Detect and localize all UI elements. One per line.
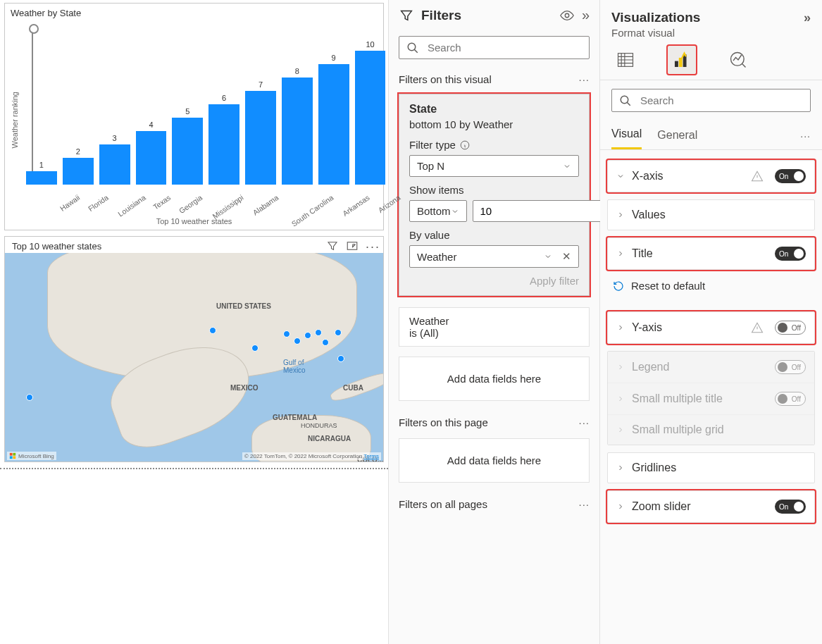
- map-body[interactable]: UNITED STATES MEXICO Gulf of Mexico CUBA…: [5, 253, 383, 462]
- bar[interactable]: 9: [318, 54, 349, 185]
- collapse-icon[interactable]: »: [804, 11, 811, 25]
- weather-filter-card[interactable]: Weather is (All): [399, 307, 590, 347]
- map-label-guatemala: GUATEMALA: [273, 414, 317, 421]
- map-point[interactable]: [251, 345, 259, 352]
- bing-attribution: Microsoft Bing: [7, 452, 56, 460]
- yaxis-toggle[interactable]: Off: [775, 321, 806, 335]
- xaxis-toggle[interactable]: On: [775, 169, 806, 183]
- svg-rect-9: [675, 61, 678, 66]
- viz-search[interactable]: [611, 89, 811, 112]
- zoom-toggle[interactable]: On: [775, 500, 806, 514]
- viz-title: Visualizations: [611, 10, 700, 25]
- prop-zoom-slider[interactable]: Zoom slider On: [607, 490, 815, 523]
- filter-field-name: Weather: [409, 315, 579, 327]
- canvas-divider: [0, 468, 388, 469]
- section-visual-more[interactable]: ···: [578, 73, 590, 85]
- map-point[interactable]: [304, 332, 311, 339]
- prop-xaxis[interactable]: X-axis On: [608, 161, 814, 192]
- build-visual-tab[interactable]: [611, 46, 640, 74]
- terms-link[interactable]: Terms: [363, 453, 379, 459]
- legend-toggle: Off: [775, 360, 806, 374]
- section-all-label: Filters on all pages: [399, 498, 487, 510]
- map-point[interactable]: [26, 394, 33, 401]
- page-add-fields-dropzone[interactable]: Add data fields here: [399, 438, 590, 483]
- warning-icon: [751, 321, 764, 334]
- by-value-field-well[interactable]: Weather ✕: [409, 245, 579, 268]
- bar[interactable]: 5: [172, 107, 203, 185]
- bar[interactable]: 6: [208, 94, 239, 185]
- bar-value-label: 6: [222, 94, 226, 102]
- section-all-more[interactable]: ···: [578, 498, 590, 510]
- viz-subtitle: Format visual: [600, 27, 822, 46]
- info-icon[interactable]: [460, 140, 470, 150]
- bar-value-label: 9: [332, 54, 336, 62]
- bars-container: 12345678910: [19, 21, 392, 185]
- svg-point-5: [565, 13, 569, 18]
- tab-general[interactable]: General: [657, 123, 697, 149]
- chevron-down-icon[interactable]: [544, 252, 552, 261]
- chevron-down-icon: [563, 162, 571, 171]
- bar[interactable]: 10: [355, 40, 386, 185]
- bar-category-labels: HawaiiFloridaLouisianaTexasGeorgiaMissis…: [19, 185, 392, 218]
- bar[interactable]: 8: [282, 67, 313, 185]
- more-options-icon[interactable]: ···: [366, 240, 380, 254]
- filter-type-select[interactable]: Top N: [409, 155, 579, 177]
- title-toggle[interactable]: On: [775, 247, 806, 261]
- svg-rect-1: [10, 453, 13, 456]
- category-label: Mississippi: [211, 193, 260, 241]
- map-point[interactable]: [294, 338, 301, 345]
- bar[interactable]: 4: [136, 120, 167, 185]
- category-label: Louisiana: [116, 193, 161, 239]
- filters-search-input[interactable]: [426, 41, 582, 54]
- filter-icon[interactable]: [326, 240, 339, 254]
- collapse-icon[interactable]: »: [582, 7, 590, 23]
- svg-point-6: [408, 43, 416, 51]
- bar-chart-visual[interactable]: Weather by State Weather ranking 1234567…: [4, 3, 384, 230]
- bar[interactable]: 2: [63, 147, 94, 185]
- analytics-tab[interactable]: [724, 46, 752, 74]
- chevron-down-icon: [616, 172, 625, 180]
- viz-search-input[interactable]: [639, 94, 803, 107]
- chevron-right-icon: [616, 426, 625, 434]
- map-visual[interactable]: Top 10 weather states ··· UNITED STATES …: [4, 236, 384, 462]
- apply-filter-button[interactable]: Apply filter: [409, 275, 579, 287]
- map-point[interactable]: [283, 330, 290, 338]
- show-items-direction-select[interactable]: Bottom: [409, 200, 467, 222]
- show-items-count-input[interactable]: [473, 200, 622, 222]
- tabs-more[interactable]: ···: [800, 130, 811, 142]
- prop-title[interactable]: Title On: [607, 237, 815, 270]
- map-point[interactable]: [335, 329, 342, 336]
- bar[interactable]: 7: [245, 80, 276, 185]
- format-visual-tab[interactable]: [668, 46, 696, 74]
- map-point[interactable]: [315, 329, 322, 336]
- section-page-more[interactable]: ···: [578, 416, 590, 428]
- map-copyright: © 2022 TomTom, © 2022 Microsoft Corporat…: [242, 452, 381, 460]
- eye-icon[interactable]: [559, 8, 575, 23]
- svg-rect-3: [10, 456, 13, 459]
- state-filter-card[interactable]: State bottom 10 by Weather Filter type T…: [399, 94, 590, 296]
- filters-search[interactable]: [399, 36, 590, 59]
- chevron-right-icon: [616, 464, 625, 472]
- svg-rect-2: [13, 453, 15, 456]
- prop-values[interactable]: Values: [607, 199, 815, 230]
- bar-value-label: 2: [76, 147, 80, 156]
- tab-visual[interactable]: Visual: [611, 122, 642, 149]
- filters-title: Filters: [421, 8, 552, 23]
- reset-to-default[interactable]: Reset to default: [600, 270, 822, 302]
- report-canvas: Weather by State Weather ranking 1234567…: [0, 0, 389, 644]
- bar[interactable]: 3: [99, 134, 130, 185]
- map-point[interactable]: [322, 339, 329, 346]
- svg-rect-4: [13, 456, 15, 459]
- chevron-right-icon: [616, 502, 625, 511]
- prop-yaxis[interactable]: Y-axis Off: [607, 311, 815, 344]
- remove-field-icon[interactable]: ✕: [562, 250, 571, 263]
- filter-type-label: Filter type: [409, 139, 456, 151]
- prop-gridlines[interactable]: Gridlines: [607, 452, 815, 483]
- focus-mode-icon[interactable]: [346, 240, 359, 254]
- visual-add-fields-dropzone[interactable]: Add data fields here: [399, 357, 590, 401]
- map-point[interactable]: [337, 355, 344, 362]
- bar[interactable]: 1: [26, 161, 57, 185]
- map-point[interactable]: [209, 327, 216, 334]
- visualizations-panel: Visualizations » Format visual Visual Ge…: [600, 0, 822, 644]
- chevron-right-icon: [616, 363, 625, 371]
